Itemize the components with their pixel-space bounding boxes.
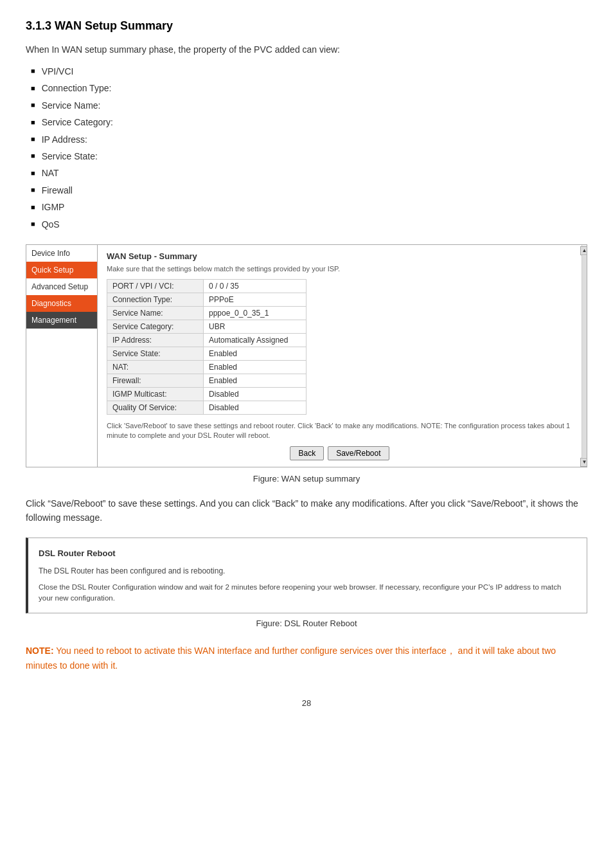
table-label: NAT: [107, 360, 204, 374]
list-item-service-cat: Service Category: [31, 115, 587, 129]
scrollbar: ▲ ▼ [582, 245, 587, 467]
scroll-down-button[interactable]: ▼ [580, 458, 588, 467]
bullet-list: VPI/VCI Connection Type: Service Name: S… [26, 64, 587, 231]
table-value: Disabled [204, 401, 306, 414]
body-paragraph: Click “Save/Reboot” to save these settin… [26, 496, 587, 525]
table-label: Service State: [107, 347, 204, 360]
note-prefix: NOTE: [26, 646, 54, 656]
note-box: NOTE: You need to reboot to activate thi… [26, 644, 587, 673]
router-content: WAN Setup - Summary Make sure that the s… [97, 245, 582, 467]
list-item-firewall: Firewall [31, 183, 587, 197]
scroll-up-button[interactable]: ▲ [580, 246, 588, 255]
list-item-vpivci: VPI/VCI [31, 64, 587, 78]
dsl-reboot-line1: The DSL Router has been configured and i… [39, 565, 576, 577]
sidebar-item-management[interactable]: Management [26, 312, 97, 329]
router-note: Click 'Save/Reboot' to save these settin… [107, 421, 573, 441]
list-item-qos: QoS [31, 217, 587, 231]
sidebar-item-advanced-setup[interactable]: Advanced Setup [26, 278, 97, 295]
table-value: UBR [204, 320, 306, 333]
table-value: Enabled [204, 374, 306, 387]
list-item-igmp: IGMP [31, 200, 587, 214]
page-title: 3.1.3 WAN Setup Summary [26, 19, 587, 33]
list-item-nat: NAT [31, 166, 587, 180]
list-item-conn-type: Connection Type: [31, 81, 587, 95]
back-button[interactable]: Back [290, 446, 324, 460]
page-number: 28 [26, 698, 587, 708]
table-value: PPPoE [204, 293, 306, 306]
note-text: You need to reboot to activate this WAN … [26, 646, 556, 670]
table-label: Connection Type: [107, 293, 204, 306]
table-label: Firewall: [107, 374, 204, 387]
save-reboot-button[interactable]: Save/Reboot [328, 446, 389, 460]
sidebar-item-device-info[interactable]: Device Info [26, 245, 97, 262]
table-label: PORT / VPI / VCI: [107, 279, 204, 293]
table-label: IP Address: [107, 333, 204, 347]
list-item-service-state: Service State: [31, 149, 587, 163]
figure-caption-wan: Figure: WAN setup summary [26, 474, 587, 484]
router-sidebar: Device Info Quick Setup Advanced Setup D… [26, 245, 97, 467]
sidebar-item-quick-setup[interactable]: Quick Setup [26, 262, 97, 278]
table-value: Enabled [204, 360, 306, 374]
table-label: Quality Of Service: [107, 401, 204, 414]
dsl-reboot-line2: Close the DSL Router Configuration windo… [39, 582, 576, 604]
router-panel: Device Info Quick Setup Advanced Setup D… [26, 244, 587, 467]
table-value: Automatically Assigned [204, 333, 306, 347]
sidebar-item-diagnostics[interactable]: Diagnostics [26, 295, 97, 312]
content-subtitle: Make sure that the settings below match … [107, 265, 573, 273]
dsl-reboot-title: DSL Router Reboot [39, 547, 576, 560]
table-label: Service Category: [107, 320, 204, 333]
content-title: WAN Setup - Summary [107, 251, 573, 261]
router-buttons: Back Save/Reboot [107, 446, 573, 460]
table-value: Disabled [204, 387, 306, 401]
dsl-reboot-box: DSL Router Reboot The DSL Router has bee… [26, 538, 587, 613]
intro-text: When In WAN setup summary phase, the pro… [26, 43, 587, 57]
table-value: 0 / 0 / 35 [204, 279, 306, 293]
list-item-ip: IP Address: [31, 132, 587, 147]
table-value: Enabled [204, 347, 306, 360]
list-item-service-name: Service Name: [31, 98, 587, 113]
table-value: pppoe_0_0_35_1 [204, 306, 306, 320]
table-label: Service Name: [107, 306, 204, 320]
figure-caption-dsl: Figure: DSL Router Reboot [26, 619, 587, 628]
wan-summary-table: PORT / VPI / VCI:0 / 0 / 35Connection Ty… [107, 279, 306, 415]
table-label: IGMP Multicast: [107, 387, 204, 401]
